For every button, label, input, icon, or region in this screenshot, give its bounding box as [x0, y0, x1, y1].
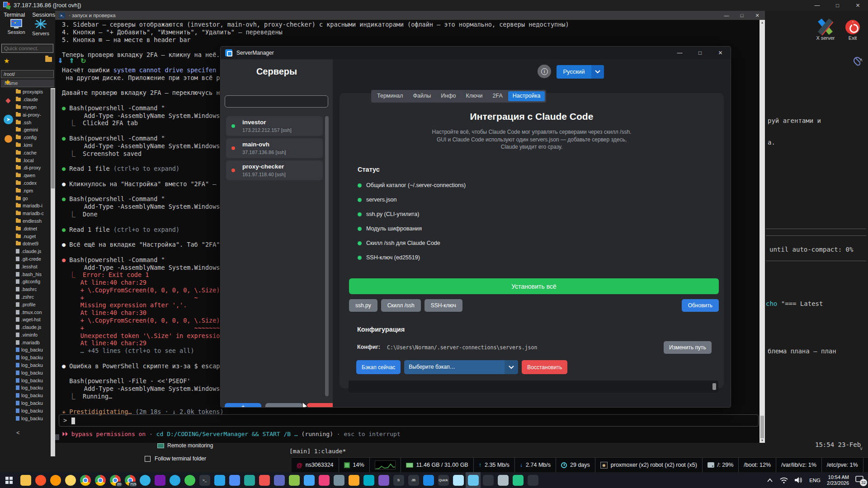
tab-2FA[interactable]: 2FA: [488, 91, 507, 101]
scroll-down-icon[interactable]: ▼: [760, 439, 765, 442]
file-tree-row[interactable]: myvpn: [1, 103, 51, 111]
xserver-button[interactable]: X server: [813, 19, 838, 41]
refresh-button[interactable]: Обновить: [682, 299, 719, 312]
status-segment[interactable]: 11.46 GB / 31.00 GB: [401, 458, 473, 472]
tab-Инфо[interactable]: Инфо: [436, 91, 460, 101]
status-segment[interactable]: @ns3063324: [292, 458, 339, 472]
taskbar-app-gray-app[interactable]: [331, 472, 346, 488]
terminal-tabbar[interactable]: >_ · запуск и проверка — □ ✕: [55, 11, 765, 20]
taskbar-app-whatsapp[interactable]: [182, 472, 197, 488]
tab-Файлы[interactable]: Файлы: [409, 91, 436, 101]
taskbar-app-chrome-1[interactable]: [78, 472, 93, 488]
file-tree-row[interactable]: mariadb-i: [1, 202, 51, 210]
bookmark-icon[interactable]: ◆: [5, 96, 11, 104]
file-tree-row[interactable]: log_backu: [1, 414, 51, 422]
file-tree-row[interactable]: .git-crede: [1, 255, 51, 263]
minimize-icon[interactable]: —: [670, 47, 690, 59]
maximize-icon[interactable]: □: [827, 0, 848, 11]
file-tree-row[interactable]: .wget-hst: [1, 316, 51, 324]
file-tree-row[interactable]: .mariadb: [1, 338, 51, 346]
component-button-ssh-[interactable]: SSH-ключ: [425, 299, 462, 312]
file-tree-row[interactable]: log_backu: [1, 392, 51, 399]
status-segment[interactable]: 29 days: [556, 458, 595, 472]
file-tree-row[interactable]: log_backu: [1, 346, 51, 354]
file-tree-row[interactable]: log_backu: [1, 369, 51, 376]
minimize-icon[interactable]: —: [807, 0, 827, 11]
server-card-proxy-checker[interactable]: proxy-checker161.97.118.40 [ssh]: [226, 160, 323, 180]
status-segment[interactable]: /var/lib/vz: 1%: [776, 458, 821, 472]
install-all-button[interactable]: Установить всё: [349, 278, 719, 294]
file-tree-row[interactable]: .claude.js: [1, 324, 51, 331]
file-tree-row[interactable]: .gitconfig: [1, 278, 51, 286]
file-tree-row[interactable]: .di-proxy: [1, 164, 51, 172]
taskbar-app-mspaint[interactable]: [451, 472, 466, 488]
server-search-input[interactable]: [225, 95, 328, 108]
taskbar-app-cyan-app[interactable]: [361, 472, 376, 488]
terminal-scrollbar[interactable]: ▲ ▼: [760, 20, 765, 443]
taskbar-app-terminal[interactable]: >_: [197, 472, 212, 488]
file-tree-row[interactable]: log_backu: [1, 384, 51, 392]
taskbar-app-chrome-2[interactable]: [93, 472, 108, 488]
status-segment[interactable]: /boot/efi: 2%: [863, 458, 868, 472]
status-segment[interactable]: /etc/pve: 1%: [821, 458, 863, 472]
quick-connect-input[interactable]: [1, 44, 53, 53]
close-icon[interactable]: ✕: [750, 11, 765, 20]
scrollbar-thumb[interactable]: [760, 416, 764, 438]
exit-button[interactable]: Exit: [842, 20, 863, 41]
server-card-main-ovh[interactable]: main-ovh37.187.136.86 [ssh]: [226, 138, 323, 158]
taskbar-app-chrome-canary[interactable]: [63, 472, 78, 488]
file-tree-row[interactable]: .local: [1, 156, 51, 164]
status-segment[interactable]: [369, 458, 401, 472]
path-breadcrumb[interactable]: /root/: [1, 70, 54, 78]
file-tree-row[interactable]: mariadb-c: [1, 210, 51, 217]
tab-Терминал[interactable]: Терминал: [373, 91, 408, 101]
file-tree-row[interactable]: .dotnet: [1, 225, 51, 232]
terminal-tab-title[interactable]: · запуск и проверка: [69, 13, 116, 18]
taskbar-app-telegram[interactable]: [167, 472, 182, 488]
file-tree-row[interactable]: .gemini: [1, 126, 51, 134]
close-icon[interactable]: ✕: [848, 0, 868, 11]
status-segment[interactable]: /: 29%: [702, 458, 738, 472]
file-tree-row[interactable]: dotnet9: [1, 240, 51, 248]
file-tree-row[interactable]: .cache: [1, 149, 51, 156]
file-tree-row[interactable]: .codex: [1, 179, 51, 187]
remote-monitoring-toggle[interactable]: Remote monitoring: [157, 442, 213, 449]
file-tree-scrollbar[interactable]: [51, 88, 55, 456]
taskbar-app-indigo-app[interactable]: [272, 472, 287, 488]
folder-up-icon[interactable]: [45, 57, 52, 62]
download-icon[interactable]: ⇓: [58, 57, 63, 64]
taskbar-app-brave[interactable]: [33, 472, 48, 488]
taskbar-app-active-app[interactable]: [466, 472, 481, 488]
status-segment[interactable]: ☻proxmoxer (x2) robot (x2) root (x5): [595, 458, 702, 472]
status-segment[interactable]: 14%: [339, 458, 369, 472]
file-tree-row[interactable]: .tmux.con: [1, 308, 51, 316]
taskbar-app-jetbrains-toolbox[interactable]: JB: [406, 472, 421, 488]
taskbar-app-quick-box[interactable]: Quick: [436, 472, 451, 488]
backup-now-button[interactable]: Бэкап сейчас: [356, 360, 401, 374]
scroll-left-arrow[interactable]: <: [16, 429, 20, 436]
menu-item-sessions[interactable]: Sessions: [32, 12, 55, 18]
keyboard-language[interactable]: ENG: [809, 478, 821, 483]
taskbar-app-last-app[interactable]: [525, 472, 540, 488]
taskbar-app-purple-app[interactable]: [376, 472, 391, 488]
file-tree-row[interactable]: .zshrc: [1, 293, 51, 301]
taskbar-app-vscode[interactable]: [212, 472, 227, 488]
upload-icon[interactable]: ⇑: [69, 57, 75, 64]
tray-chevron-up-icon[interactable]: [767, 478, 773, 483]
file-tree-row[interactable]: .qwen: [1, 172, 51, 179]
file-tree-row[interactable]: .claude.js: [1, 248, 51, 255]
star-icon[interactable]: ★: [5, 78, 11, 86]
file-tree-row[interactable]: .bash_his: [1, 270, 51, 278]
file-tree-row[interactable]: .nuget: [1, 232, 51, 240]
backup-select[interactable]: Выберите бэкап…: [404, 360, 518, 374]
scrollbar-thumb[interactable]: [712, 383, 716, 390]
follow-terminal-checkbox[interactable]: Follow terminal folder: [145, 455, 206, 462]
file-tree-row[interactable]: proxyapis: [1, 88, 51, 96]
taskbar-app-ie[interactable]: [421, 472, 436, 488]
file-tree-row[interactable]: .profile: [1, 300, 51, 308]
checkbox-icon[interactable]: [145, 456, 151, 462]
chevron-down-icon[interactable]: ∨: [859, 446, 863, 451]
status-segment[interactable]: ↓2.74 Mb/s: [514, 458, 556, 472]
telegram-icon[interactable]: ➤: [4, 115, 13, 124]
component-button-ssh-py[interactable]: ssh.py: [349, 299, 377, 312]
